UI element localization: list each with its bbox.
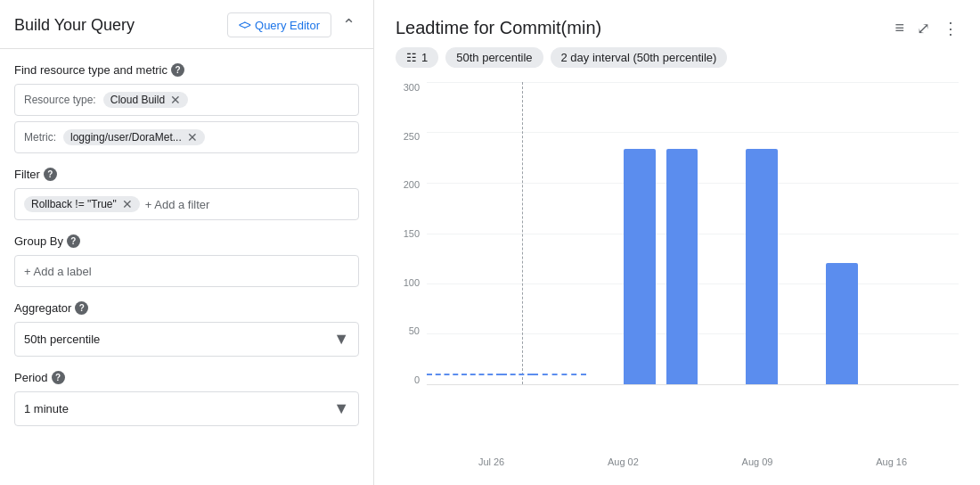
period-select[interactable]: 1 minute ▼ <box>14 391 359 426</box>
bar-1 <box>624 149 656 384</box>
filter-chip-2-label: 50th percentile <box>456 51 532 64</box>
list-view-icon[interactable]: ≡ <box>894 19 904 37</box>
filter-chip-close[interactable]: ✕ <box>122 198 133 210</box>
filter-input-box[interactable]: Rollback != "True" ✕ + Add a filter <box>14 188 359 220</box>
resource-metric-label: Find resource type and metric ? <box>14 63 359 77</box>
panel-header: Build Your Query <> Query Editor ⌃ <box>0 0 373 49</box>
query-editor-button[interactable]: <> Query Editor <box>227 12 331 37</box>
bar-4 <box>826 263 858 384</box>
period-section: Period ? 1 minute ▼ <box>14 371 359 426</box>
y-label-250: 250 <box>404 131 420 142</box>
aggregator-chevron-icon: ▼ <box>333 330 349 349</box>
dashed-vertical-line <box>522 82 523 384</box>
x-axis: Jul 26 Aug 02 Aug 09 Aug 16 <box>396 453 959 467</box>
grid-line-2 <box>427 132 959 133</box>
left-panel: Build Your Query <> Query Editor ⌃ Find … <box>0 0 374 485</box>
resource-metric-section: Find resource type and metric ? Resource… <box>14 63 359 153</box>
aggregator-label: Aggregator ? <box>14 301 359 315</box>
y-label-150: 150 <box>404 228 420 239</box>
y-label-100: 100 <box>404 277 420 288</box>
aggregator-section: Aggregator ? 50th percentile ▼ <box>14 301 359 357</box>
x-label-aug09: Aug 09 <box>742 456 773 467</box>
chart-icons: ≡ ⤢ ⋮ <box>894 19 959 38</box>
right-panel: Leadtime for Commit(min) ≡ ⤢ ⋮ ☷ 1 50th … <box>374 0 980 485</box>
filter-help-icon[interactable]: ? <box>44 168 57 181</box>
query-editor-label: Query Editor <box>255 19 320 32</box>
aggregator-help-icon[interactable]: ? <box>75 301 88 315</box>
metric-label: Metric: <box>24 131 56 144</box>
grid-line-1 <box>427 82 959 83</box>
filter-chip-label: Rollback != "True" <box>31 198 117 210</box>
chart-area: 300 250 200 150 100 50 0 <box>396 82 959 453</box>
x-label-aug16: Aug 16 <box>876 456 907 467</box>
filter-funnel-icon: ☷ <box>406 51 417 64</box>
group-by-input-box[interactable]: + Add a label <box>14 255 359 287</box>
aggregator-value: 50th percentile <box>24 333 100 346</box>
filter-chip-3[interactable]: 2 day interval (50th percentile) <box>551 47 728 68</box>
group-by-help-icon[interactable]: ? <box>67 234 80 248</box>
y-label-200: 200 <box>404 179 420 190</box>
metric-chip: logging/user/DoraMet... ✕ <box>63 129 205 145</box>
dashed-hline-1 <box>427 374 502 375</box>
expand-icon[interactable]: ⤢ <box>917 19 930 38</box>
chart-container: 300 250 200 150 100 50 0 <box>396 82 959 467</box>
period-label: Period ? <box>14 371 359 384</box>
header-right: <> Query Editor ⌃ <box>227 12 359 37</box>
resource-type-chip-label: Cloud Build <box>110 94 165 106</box>
resource-type-chip-close[interactable]: ✕ <box>170 94 181 106</box>
aggregator-select[interactable]: 50th percentile ▼ <box>14 322 359 357</box>
period-help-icon[interactable]: ? <box>52 371 65 384</box>
y-axis: 300 250 200 150 100 50 0 <box>396 82 427 385</box>
chart-header: Leadtime for Commit(min) ≡ ⤢ ⋮ <box>396 18 959 38</box>
resource-metric-input-box[interactable]: Resource type: Cloud Build ✕ <box>14 84 359 116</box>
panel-title: Build Your Query <box>14 16 135 35</box>
filter-chip-3-label: 2 day interval (50th percentile) <box>561 51 717 64</box>
group-by-section: Group By ? + Add a label <box>14 234 359 287</box>
resource-metric-help-icon[interactable]: ? <box>171 63 184 77</box>
dashed-hline-2 <box>502 374 534 375</box>
filter-chip-1[interactable]: ☷ 1 <box>396 47 438 68</box>
filter-label: Filter ? <box>14 168 359 181</box>
period-chevron-icon: ▼ <box>333 399 349 418</box>
metric-chip-close[interactable]: ✕ <box>187 131 198 144</box>
period-value: 1 minute <box>24 402 69 415</box>
chart-title: Leadtime for Commit(min) <box>396 18 601 38</box>
bar-2 <box>666 149 698 384</box>
metric-input-box[interactable]: Metric: logging/user/DoraMet... ✕ <box>14 121 359 153</box>
chart-plot <box>427 82 959 385</box>
filter-chip-2[interactable]: 50th percentile <box>445 47 543 68</box>
y-label-50: 50 <box>409 325 420 336</box>
resource-type-chip: Cloud Build ✕ <box>103 92 188 108</box>
add-filter-text[interactable]: + Add a filter <box>145 198 210 211</box>
filter-chip-1-label: 1 <box>421 51 428 64</box>
code-icon: <> <box>239 18 249 32</box>
y-label-0: 0 <box>414 374 420 385</box>
group-by-label: Group By ? <box>14 234 359 248</box>
metric-chip-label: logging/user/DoraMet... <box>70 131 182 144</box>
more-options-icon[interactable]: ⋮ <box>943 19 959 38</box>
filter-chip: Rollback != "True" ✕ <box>24 196 140 212</box>
x-label-jul26: Jul 26 <box>478 456 504 467</box>
add-label-text[interactable]: + Add a label <box>24 265 92 278</box>
x-label-aug02: Aug 02 <box>608 456 639 467</box>
panel-body: Find resource type and metric ? Resource… <box>0 49 373 440</box>
bar-3 <box>746 149 778 384</box>
dashed-hline-3 <box>533 374 586 375</box>
filter-section: Filter ? Rollback != "True" ✕ + Add a fi… <box>14 168 359 220</box>
resource-type-label: Resource type: <box>24 94 96 106</box>
chart-filters: ☷ 1 50th percentile 2 day interval (50th… <box>396 47 959 68</box>
collapse-button[interactable]: ⌃ <box>339 13 359 37</box>
y-label-300: 300 <box>404 82 420 93</box>
